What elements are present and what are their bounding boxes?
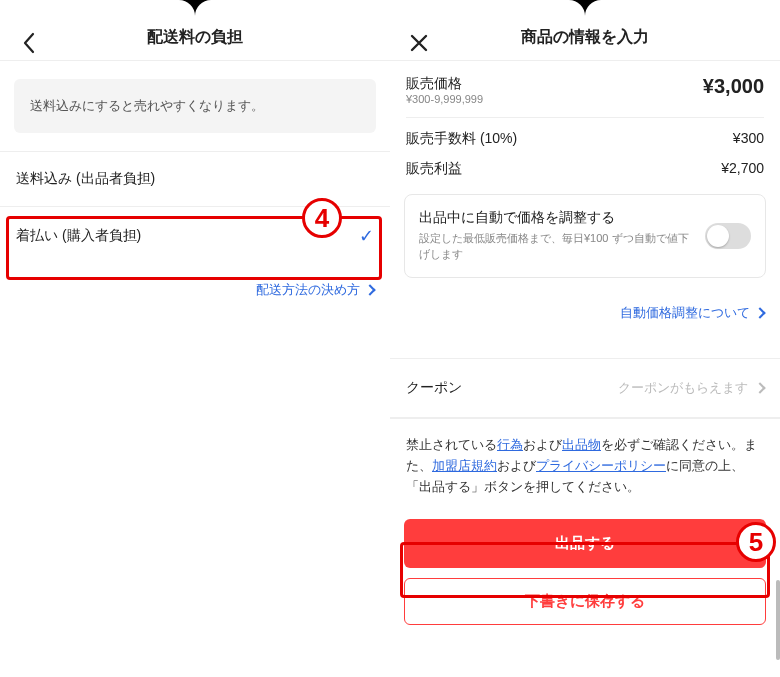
header: 商品の情報を入力 — [390, 0, 780, 60]
scroll-indicator[interactable] — [776, 580, 780, 660]
price-value: ¥3,000 — [703, 75, 764, 98]
item-info-screen: 商品の情報を入力 販売価格 ¥300-9,999,999 ¥3,000 販売手数… — [390, 0, 780, 677]
page-title: 配送料の負担 — [147, 27, 243, 48]
price-label: 販売価格 — [406, 75, 483, 93]
terms-link-merchant[interactable]: 加盟店規約 — [432, 459, 497, 473]
auto-title: 出品中に自動で価格を調整する — [419, 209, 695, 227]
profit-row: 販売利益 ¥2,700 — [390, 148, 780, 178]
header: 配送料の負担 — [0, 0, 390, 60]
price-row[interactable]: 販売価格 ¥300-9,999,999 ¥3,000 — [390, 61, 780, 105]
option-label: 送料込み (出品者負担) — [16, 170, 155, 188]
option-label: 着払い (購入者負担) — [16, 227, 141, 245]
close-icon — [410, 34, 428, 52]
back-button[interactable] — [14, 28, 44, 58]
chevron-left-icon — [22, 32, 36, 54]
save-draft-button[interactable]: 下書きに保存する — [404, 578, 766, 625]
coupon-hint: クーポンがもらえます — [618, 379, 748, 397]
auto-toggle[interactable] — [705, 223, 751, 249]
auto-desc: 設定した最低販売価格まで、毎日¥100 ずつ自動で値下げします — [419, 231, 695, 263]
fee-label: 販売手数料 (10%) — [406, 130, 517, 148]
close-button[interactable] — [404, 28, 434, 58]
page-title: 商品の情報を入力 — [521, 27, 649, 48]
price-range: ¥300-9,999,999 — [406, 93, 483, 105]
shipping-help-link[interactable]: 配送方法の決め方 — [0, 265, 390, 315]
shipping-burden-screen: 配送料の負担 送料込みにすると売れやすくなります。 送料込み (出品者負担) 着… — [0, 0, 390, 677]
terms-text: 禁止されている行為および出品物を必ずご確認ください。また、加盟店規約およびプライ… — [390, 418, 780, 511]
check-icon: ✓ — [359, 225, 374, 247]
coupon-label: クーポン — [406, 379, 462, 397]
chevron-right-icon — [364, 284, 375, 295]
coupon-row[interactable]: クーポン クーポンがもらえます — [390, 358, 780, 418]
terms-link-privacy[interactable]: プライバシーポリシー — [536, 459, 666, 473]
notice-box: 送料込みにすると売れやすくなります。 — [14, 79, 376, 133]
terms-link-items[interactable]: 出品物 — [562, 438, 601, 452]
fee-value: ¥300 — [733, 130, 764, 146]
terms-link-acts[interactable]: 行為 — [497, 438, 523, 452]
auto-price-help-link[interactable]: 自動価格調整について — [390, 288, 780, 338]
auto-price-adjust-box: 出品中に自動で価格を調整する 設定した最低販売価格まで、毎日¥100 ずつ自動で… — [404, 194, 766, 278]
link-label: 配送方法の決め方 — [256, 281, 360, 299]
fee-row: 販売手数料 (10%) ¥300 — [390, 118, 780, 148]
option-sender-pays[interactable]: 送料込み (出品者負担) — [0, 151, 390, 206]
annotation-badge-5: 5 — [736, 522, 776, 562]
profit-value: ¥2,700 — [721, 160, 764, 176]
chevron-right-icon — [754, 307, 765, 318]
list-item-button[interactable]: 出品する — [404, 519, 766, 568]
link-label: 自動価格調整について — [620, 304, 750, 322]
annotation-badge-4: 4 — [302, 198, 342, 238]
chevron-right-icon — [754, 382, 765, 393]
profit-label: 販売利益 — [406, 160, 462, 178]
